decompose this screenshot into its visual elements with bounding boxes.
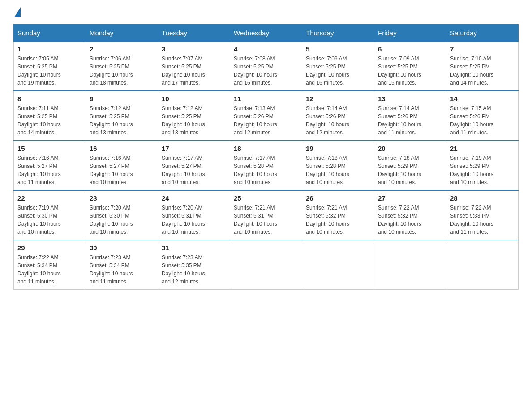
logo-triangle-icon (14, 7, 21, 17)
calendar-day-cell (374, 240, 446, 290)
day-info: Sunrise: 7:15 AMSunset: 5:26 PMDaylight:… (450, 105, 493, 136)
day-number: 27 (378, 194, 442, 202)
day-info: Sunrise: 7:20 AMSunset: 5:31 PMDaylight:… (162, 205, 205, 235)
day-info: Sunrise: 7:11 AMSunset: 5:25 PMDaylight:… (17, 105, 61, 136)
calendar-day-cell: 17 Sunrise: 7:17 AMSunset: 5:27 PMDaylig… (158, 141, 230, 190)
calendar-day-cell: 4 Sunrise: 7:08 AMSunset: 5:25 PMDayligh… (230, 42, 302, 91)
day-info: Sunrise: 7:18 AMSunset: 5:28 PMDaylight:… (306, 155, 349, 185)
calendar-day-header: Monday (86, 25, 158, 42)
day-number: 1 (17, 45, 82, 53)
calendar-day-cell: 12 Sunrise: 7:14 AMSunset: 5:26 PMDaylig… (302, 91, 374, 141)
calendar-day-cell: 9 Sunrise: 7:12 AMSunset: 5:25 PMDayligh… (86, 91, 158, 141)
day-number: 18 (234, 145, 298, 152)
day-number: 10 (162, 95, 226, 103)
calendar-day-cell: 18 Sunrise: 7:17 AMSunset: 5:28 PMDaylig… (230, 141, 302, 190)
day-number: 30 (90, 244, 154, 252)
day-info: Sunrise: 7:09 AMSunset: 5:25 PMDaylight:… (378, 56, 421, 86)
calendar-day-cell: 19 Sunrise: 7:18 AMSunset: 5:28 PMDaylig… (302, 141, 374, 190)
calendar-day-cell: 22 Sunrise: 7:19 AMSunset: 5:30 PMDaylig… (14, 190, 86, 240)
calendar-week-row: 1 Sunrise: 7:05 AMSunset: 5:25 PMDayligh… (14, 42, 519, 91)
day-number: 31 (162, 244, 226, 252)
day-info: Sunrise: 7:12 AMSunset: 5:25 PMDaylight:… (90, 105, 133, 136)
day-info: Sunrise: 7:13 AMSunset: 5:26 PMDaylight:… (234, 105, 277, 136)
day-info: Sunrise: 7:19 AMSunset: 5:29 PMDaylight:… (450, 155, 493, 185)
day-info: Sunrise: 7:09 AMSunset: 5:25 PMDaylight:… (306, 56, 349, 86)
calendar-day-header: Tuesday (158, 25, 230, 42)
day-info: Sunrise: 7:17 AMSunset: 5:27 PMDaylight:… (162, 155, 205, 185)
day-number: 20 (378, 145, 442, 152)
day-number: 13 (378, 95, 442, 103)
day-number: 26 (306, 194, 370, 202)
calendar-day-cell: 13 Sunrise: 7:14 AMSunset: 5:26 PMDaylig… (374, 91, 446, 141)
day-info: Sunrise: 7:12 AMSunset: 5:25 PMDaylight:… (162, 105, 205, 136)
day-info: Sunrise: 7:16 AMSunset: 5:27 PMDaylight:… (17, 155, 61, 185)
day-info: Sunrise: 7:14 AMSunset: 5:26 PMDaylight:… (378, 105, 421, 136)
day-info: Sunrise: 7:21 AMSunset: 5:32 PMDaylight:… (306, 205, 349, 235)
day-info: Sunrise: 7:22 AMSunset: 5:34 PMDaylight:… (17, 254, 61, 285)
calendar-day-cell (230, 240, 302, 290)
calendar-header-row: SundayMondayTuesdayWednesdayThursdayFrid… (14, 25, 519, 42)
day-number: 9 (90, 95, 154, 103)
calendar-day-cell: 23 Sunrise: 7:20 AMSunset: 5:30 PMDaylig… (86, 190, 158, 240)
day-number: 3 (162, 45, 226, 53)
day-number: 24 (162, 194, 226, 202)
calendar-day-header: Sunday (14, 25, 86, 42)
calendar-day-cell: 28 Sunrise: 7:22 AMSunset: 5:33 PMDaylig… (446, 190, 519, 240)
calendar-day-cell: 25 Sunrise: 7:21 AMSunset: 5:31 PMDaylig… (230, 190, 302, 240)
day-number: 17 (162, 145, 226, 152)
calendar-week-row: 15 Sunrise: 7:16 AMSunset: 5:27 PMDaylig… (14, 141, 519, 190)
calendar-day-cell: 16 Sunrise: 7:16 AMSunset: 5:27 PMDaylig… (86, 141, 158, 190)
day-number: 4 (234, 45, 298, 53)
calendar-day-cell: 2 Sunrise: 7:06 AMSunset: 5:25 PMDayligh… (86, 42, 158, 91)
day-number: 19 (306, 145, 370, 152)
calendar-day-cell: 11 Sunrise: 7:13 AMSunset: 5:26 PMDaylig… (230, 91, 302, 141)
day-number: 14 (450, 95, 515, 103)
calendar-day-cell: 1 Sunrise: 7:05 AMSunset: 5:25 PMDayligh… (14, 42, 86, 91)
calendar-day-cell: 6 Sunrise: 7:09 AMSunset: 5:25 PMDayligh… (374, 42, 446, 91)
day-number: 21 (450, 145, 515, 152)
calendar-week-row: 8 Sunrise: 7:11 AMSunset: 5:25 PMDayligh… (14, 91, 519, 141)
day-info: Sunrise: 7:10 AMSunset: 5:25 PMDaylight:… (450, 56, 493, 86)
day-info: Sunrise: 7:17 AMSunset: 5:28 PMDaylight:… (234, 155, 277, 185)
day-number: 15 (17, 145, 82, 152)
day-number: 5 (306, 45, 370, 53)
day-number: 25 (234, 194, 298, 202)
logo (13, 9, 21, 15)
day-number: 22 (17, 194, 82, 202)
day-info: Sunrise: 7:20 AMSunset: 5:30 PMDaylight:… (90, 205, 133, 235)
day-info: Sunrise: 7:19 AMSunset: 5:30 PMDaylight:… (17, 205, 61, 235)
day-number: 23 (90, 194, 154, 202)
calendar-day-cell: 27 Sunrise: 7:22 AMSunset: 5:32 PMDaylig… (374, 190, 446, 240)
day-number: 12 (306, 95, 370, 103)
calendar-day-cell: 15 Sunrise: 7:16 AMSunset: 5:27 PMDaylig… (14, 141, 86, 190)
calendar-table: SundayMondayTuesdayWednesdayThursdayFrid… (13, 24, 519, 290)
day-number: 28 (450, 194, 515, 202)
day-info: Sunrise: 7:23 AMSunset: 5:35 PMDaylight:… (162, 254, 205, 285)
day-info: Sunrise: 7:08 AMSunset: 5:25 PMDaylight:… (234, 56, 277, 86)
day-number: 11 (234, 95, 298, 103)
day-info: Sunrise: 7:18 AMSunset: 5:29 PMDaylight:… (378, 155, 421, 185)
calendar-day-cell: 7 Sunrise: 7:10 AMSunset: 5:25 PMDayligh… (446, 42, 519, 91)
day-info: Sunrise: 7:22 AMSunset: 5:33 PMDaylight:… (450, 205, 493, 235)
day-number: 7 (450, 45, 515, 53)
calendar-day-cell: 20 Sunrise: 7:18 AMSunset: 5:29 PMDaylig… (374, 141, 446, 190)
day-info: Sunrise: 7:07 AMSunset: 5:25 PMDaylight:… (162, 56, 205, 86)
calendar-day-cell: 26 Sunrise: 7:21 AMSunset: 5:32 PMDaylig… (302, 190, 374, 240)
calendar-day-cell: 31 Sunrise: 7:23 AMSunset: 5:35 PMDaylig… (158, 240, 230, 290)
calendar-week-row: 29 Sunrise: 7:22 AMSunset: 5:34 PMDaylig… (14, 240, 519, 290)
day-info: Sunrise: 7:16 AMSunset: 5:27 PMDaylight:… (90, 155, 133, 185)
calendar-day-header: Thursday (302, 25, 374, 42)
calendar-day-cell: 3 Sunrise: 7:07 AMSunset: 5:25 PMDayligh… (158, 42, 230, 91)
day-info: Sunrise: 7:14 AMSunset: 5:26 PMDaylight:… (306, 105, 349, 136)
calendar-day-header: Friday (374, 25, 446, 42)
calendar-day-cell: 5 Sunrise: 7:09 AMSunset: 5:25 PMDayligh… (302, 42, 374, 91)
page-header (13, 9, 519, 15)
day-number: 6 (378, 45, 442, 53)
day-number: 8 (17, 95, 82, 103)
calendar-day-cell (446, 240, 519, 290)
day-info: Sunrise: 7:22 AMSunset: 5:32 PMDaylight:… (378, 205, 421, 235)
day-info: Sunrise: 7:05 AMSunset: 5:25 PMDaylight:… (17, 56, 61, 86)
calendar-day-cell (302, 240, 374, 290)
day-number: 16 (90, 145, 154, 152)
day-info: Sunrise: 7:06 AMSunset: 5:25 PMDaylight:… (90, 56, 133, 86)
